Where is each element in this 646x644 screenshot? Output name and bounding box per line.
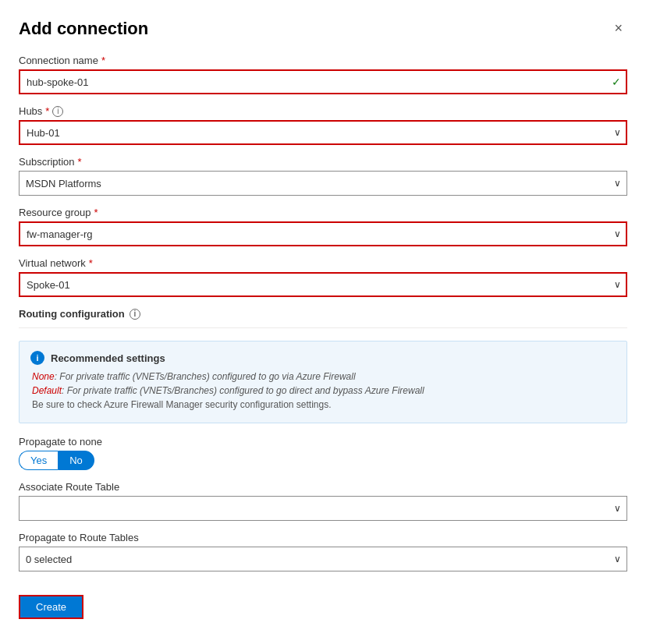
toggle-yes[interactable]: Yes — [19, 451, 58, 470]
virtual-network-label: Virtual network * — [19, 257, 627, 269]
dialog-header: Add connection × — [19, 19, 627, 39]
hubs-info-icon[interactable]: i — [52, 106, 63, 117]
toggle-group: Yes No — [19, 451, 627, 470]
resource-group-select[interactable]: fw-manager-rg — [19, 221, 627, 246]
routing-info-icon[interactable]: i — [130, 309, 140, 320]
connection-name-label: Connection name * — [19, 55, 627, 66]
required-star-vnet: * — [89, 257, 93, 269]
subscription-group: Subscription * MSDN Platforms ∨ — [19, 156, 627, 196]
required-star-rg: * — [94, 207, 98, 218]
add-connection-dialog: Add connection × Connection name * ✓ Hub… — [0, 0, 646, 644]
resource-group-group: Resource group * fw-manager-rg ∨ — [19, 207, 627, 246]
associate-route-table-label: Associate Route Table — [19, 481, 627, 493]
virtual-network-group: Virtual network * Spoke-01 ∨ — [19, 257, 627, 297]
associate-route-table-select-wrap: ∨ — [19, 496, 627, 521]
resource-group-label: Resource group * — [19, 207, 627, 218]
info-box-line3: Be sure to check Azure Firewall Manager … — [30, 399, 616, 410]
info-circle-icon: i — [30, 351, 44, 365]
info-box-header: i Recommended settings — [30, 351, 616, 365]
required-star-sub: * — [78, 156, 82, 168]
info-box-line1: None: For private traffic (VNETs/Branche… — [30, 371, 616, 382]
hubs-select-wrap: Hub-01 ∨ — [19, 120, 627, 145]
propagate-route-tables-group: Propagate to Route Tables 0 selected ∨ — [19, 532, 627, 571]
propagate-none-group: Propagate to none Yes No — [19, 436, 627, 470]
toggle-no[interactable]: No — [58, 451, 94, 470]
routing-divider — [19, 327, 627, 328]
create-button[interactable]: Create — [19, 595, 83, 619]
required-star: * — [101, 55, 105, 66]
subscription-select-wrap: MSDN Platforms ∨ — [19, 171, 627, 196]
subscription-select[interactable]: MSDN Platforms — [19, 171, 627, 196]
propagate-route-tables-select[interactable]: 0 selected — [19, 547, 627, 571]
connection-name-group: Connection name * ✓ — [19, 55, 627, 94]
line2-keyword: Default — [32, 385, 62, 396]
connection-name-input-wrap: ✓ — [19, 69, 627, 94]
check-icon: ✓ — [612, 76, 621, 88]
hubs-label: Hubs * i — [19, 105, 627, 117]
associate-route-table-group: Associate Route Table ∨ — [19, 481, 627, 521]
routing-info-box: i Recommended settings None: For private… — [19, 341, 627, 423]
required-star-hubs: * — [45, 105, 49, 117]
routing-section-title: Routing configuration i — [19, 308, 627, 320]
connection-name-input[interactable] — [19, 69, 627, 94]
virtual-network-select-wrap: Spoke-01 ∨ — [19, 272, 627, 297]
info-box-title: Recommended settings — [51, 352, 165, 364]
resource-group-select-wrap: fw-manager-rg ∨ — [19, 221, 627, 246]
virtual-network-select[interactable]: Spoke-01 — [19, 272, 627, 297]
hubs-select[interactable]: Hub-01 — [19, 120, 627, 145]
footer: Create — [19, 582, 627, 619]
associate-route-table-select[interactable] — [19, 496, 627, 521]
line1-keyword: None — [32, 371, 55, 382]
subscription-label: Subscription * — [19, 156, 627, 168]
close-button[interactable]: × — [609, 19, 627, 38]
info-box-line2: Default: For private traffic (VNETs/Bran… — [30, 385, 616, 396]
propagate-none-label: Propagate to none — [19, 436, 627, 448]
dialog-title: Add connection — [19, 19, 148, 39]
propagate-route-tables-select-wrap: 0 selected ∨ — [19, 547, 627, 571]
hubs-group: Hubs * i Hub-01 ∨ — [19, 105, 627, 145]
propagate-route-tables-label: Propagate to Route Tables — [19, 532, 627, 543]
